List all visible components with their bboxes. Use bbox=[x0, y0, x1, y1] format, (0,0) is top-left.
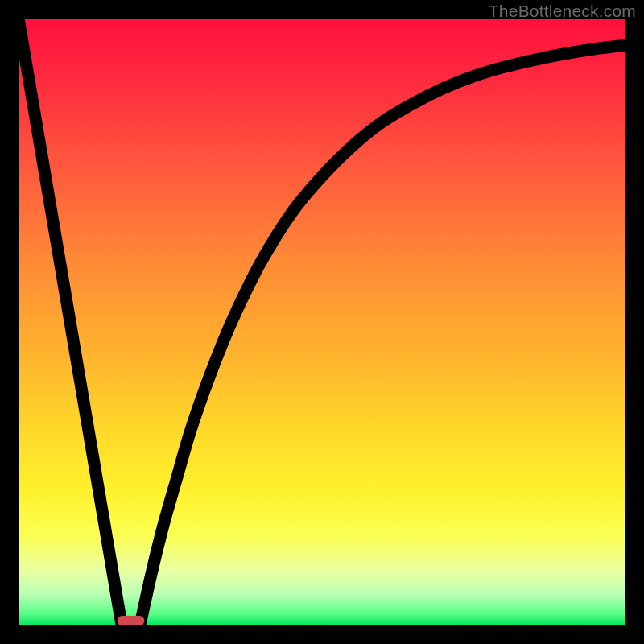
chart-frame: TheBottleneck.com bbox=[0, 0, 644, 644]
plot-area bbox=[19, 19, 625, 625]
right-curve-series bbox=[140, 45, 625, 625]
left-line-series bbox=[19, 19, 122, 625]
bottleneck-marker bbox=[118, 616, 145, 625]
chart-svg bbox=[19, 19, 625, 625]
watermark-text: TheBottleneck.com bbox=[489, 2, 636, 21]
